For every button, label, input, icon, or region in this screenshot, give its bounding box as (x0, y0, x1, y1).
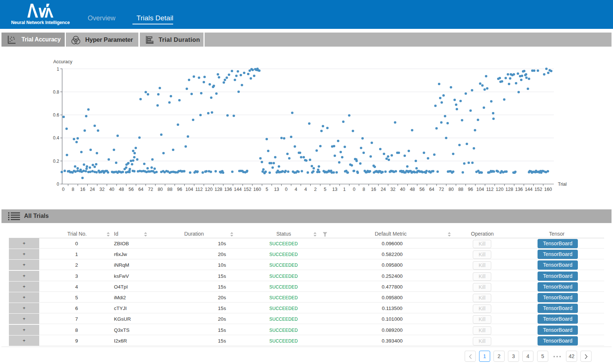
svg-text:152: 152 (244, 187, 252, 192)
svg-text:32: 32 (390, 187, 395, 192)
svg-text:4: 4 (304, 187, 307, 192)
svg-text:0.2: 0.2 (53, 159, 59, 164)
svg-text:Accuracy: Accuracy (53, 59, 73, 64)
svg-text:56: 56 (129, 187, 134, 192)
svg-text:136: 136 (515, 187, 523, 192)
svg-text:4: 4 (295, 187, 297, 192)
svg-text:0.4: 0.4 (53, 135, 59, 141)
svg-text:48: 48 (119, 187, 124, 192)
svg-text:1: 1 (57, 67, 59, 72)
svg-text:48: 48 (410, 187, 415, 192)
svg-text:0.6: 0.6 (53, 112, 59, 118)
svg-text:152: 152 (535, 187, 542, 192)
svg-text:80: 80 (448, 187, 454, 192)
svg-text:64: 64 (429, 187, 434, 192)
svg-text:64: 64 (138, 187, 144, 192)
svg-text:80: 80 (158, 187, 163, 192)
svg-text:96: 96 (468, 187, 473, 192)
svg-text:128: 128 (215, 187, 222, 192)
svg-text:5: 5 (266, 187, 268, 192)
svg-text:16: 16 (371, 187, 376, 192)
svg-text:16: 16 (80, 187, 85, 192)
svg-text:144: 144 (525, 187, 533, 192)
svg-text:104: 104 (185, 187, 193, 192)
svg-text:0: 0 (62, 187, 65, 192)
svg-text:13: 13 (274, 187, 279, 192)
svg-text:32: 32 (100, 187, 105, 192)
svg-text:72: 72 (439, 187, 444, 192)
svg-text:0.8: 0.8 (53, 90, 59, 95)
svg-text:0: 0 (57, 182, 59, 187)
svg-text:56: 56 (420, 187, 425, 192)
svg-text:40: 40 (109, 187, 114, 192)
svg-text:136: 136 (224, 187, 232, 192)
svg-text:88: 88 (458, 187, 464, 192)
svg-text:13: 13 (332, 187, 337, 192)
svg-text:5: 5 (324, 187, 326, 192)
svg-text:40: 40 (400, 187, 405, 192)
svg-text:160: 160 (544, 187, 552, 192)
svg-text:160: 160 (253, 187, 261, 192)
svg-text:128: 128 (505, 187, 513, 192)
svg-text:1: 1 (343, 187, 346, 192)
svg-text:0: 0 (353, 187, 356, 192)
svg-text:Trial: Trial (558, 182, 567, 187)
svg-text:2: 2 (314, 187, 317, 192)
svg-text:120: 120 (205, 187, 213, 192)
svg-text:0: 0 (285, 187, 287, 192)
svg-text:88: 88 (167, 187, 172, 192)
svg-text:120: 120 (496, 187, 503, 192)
svg-text:104: 104 (476, 187, 484, 192)
svg-text:112: 112 (195, 187, 203, 192)
svg-text:24: 24 (381, 187, 386, 192)
svg-text:24: 24 (90, 187, 95, 192)
svg-text:112: 112 (486, 187, 494, 192)
svg-text:144: 144 (234, 187, 242, 192)
svg-text:8: 8 (72, 187, 74, 192)
svg-text:8: 8 (363, 187, 365, 192)
svg-text:96: 96 (177, 187, 182, 192)
svg-text:72: 72 (148, 187, 153, 192)
